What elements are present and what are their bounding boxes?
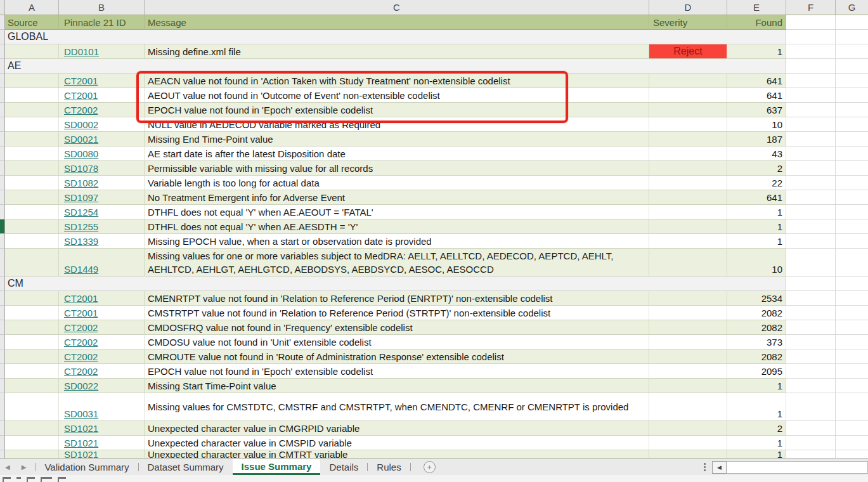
empty-cell[interactable] [786, 277, 836, 291]
empty-cell[interactable] [786, 335, 836, 349]
source-cell[interactable] [5, 450, 59, 459]
section-label[interactable]: CM [5, 277, 786, 291]
severity-cell[interactable] [649, 421, 727, 436]
rule-id-link[interactable]: CT2001 [64, 293, 98, 304]
id-cell[interactable]: CT2002 [59, 320, 145, 335]
empty-cell[interactable] [836, 190, 868, 205]
header-message[interactable]: Message [145, 15, 649, 30]
source-cell[interactable] [5, 190, 59, 205]
rule-id-link[interactable]: SD0002 [64, 119, 98, 130]
id-cell[interactable]: SD1255 [59, 219, 145, 234]
column-header-g[interactable]: G [836, 0, 868, 15]
found-cell[interactable]: 1 [727, 393, 786, 421]
message-cell[interactable]: AEACN value not found in 'Action Taken w… [145, 74, 649, 88]
empty-cell[interactable] [836, 393, 868, 421]
empty-cell[interactable] [836, 234, 868, 249]
empty-cell[interactable] [836, 88, 868, 103]
source-cell[interactable] [5, 364, 59, 379]
severity-cell[interactable] [649, 436, 727, 450]
message-cell[interactable]: AE start date is after the latest Dispos… [145, 147, 649, 161]
found-cell[interactable]: 637 [727, 103, 786, 117]
rule-id-link[interactable]: CT2001 [64, 308, 98, 318]
id-cell[interactable]: CT2002 [59, 335, 145, 349]
id-cell[interactable]: SD1082 [59, 176, 145, 190]
id-cell[interactable]: SD1254 [59, 205, 145, 219]
source-cell[interactable] [5, 291, 59, 306]
rule-id-link[interactable]: CT2002 [64, 351, 98, 362]
section-label[interactable]: GLOBAL [5, 30, 786, 44]
severity-cell[interactable] [649, 219, 727, 234]
id-cell[interactable]: CT2001 [59, 88, 145, 103]
severity-cell[interactable] [649, 291, 727, 306]
empty-cell[interactable] [786, 88, 836, 103]
column-header-b[interactable]: B [59, 0, 145, 15]
severity-cell[interactable] [649, 88, 727, 103]
message-cell[interactable]: Unexpected character value in CMSPID var… [145, 436, 649, 450]
empty-cell[interactable] [836, 335, 868, 349]
empty-cell[interactable] [836, 30, 868, 44]
rule-id-link[interactable]: CT2002 [64, 322, 98, 333]
empty-cell[interactable] [786, 205, 836, 219]
column-header-a[interactable]: A [5, 0, 59, 15]
message-cell[interactable]: Variable length is too long for actual d… [145, 176, 649, 190]
found-cell[interactable]: 43 [727, 147, 786, 161]
tab-resize-handle-icon[interactable] [704, 463, 706, 471]
empty-cell[interactable] [786, 132, 836, 147]
found-cell[interactable]: 1 [727, 379, 786, 393]
found-cell[interactable]: 187 [727, 132, 786, 147]
rule-id-link[interactable]: CT2002 [64, 105, 98, 115]
source-cell[interactable] [5, 161, 59, 176]
severity-cell[interactable] [649, 249, 727, 277]
empty-cell[interactable] [836, 364, 868, 379]
severity-cell[interactable] [649, 320, 727, 335]
rule-id-link[interactable]: SD1078 [64, 163, 98, 174]
hscroll-left-button[interactable]: ◀ [712, 461, 727, 474]
id-cell[interactable]: SD1021 [59, 450, 145, 459]
found-cell[interactable]: 10 [727, 117, 786, 132]
source-cell[interactable] [5, 132, 59, 147]
severity-cell[interactable] [649, 379, 727, 393]
rule-id-link[interactable]: SD0022 [64, 381, 98, 391]
empty-cell[interactable] [836, 59, 868, 74]
column-header-d[interactable]: D [649, 0, 727, 15]
message-cell[interactable]: CMDOSFRQ value not found in 'Frequency' … [145, 320, 649, 335]
message-cell[interactable]: DTHFL does not equal 'Y' when AE.AEOUT =… [145, 205, 649, 219]
found-cell[interactable]: 1 [727, 436, 786, 450]
source-cell[interactable] [5, 103, 59, 117]
empty-cell[interactable] [786, 30, 836, 44]
severity-cell[interactable] [649, 103, 727, 117]
message-cell[interactable]: EPOCH value not found in 'Epoch' extensi… [145, 364, 649, 379]
empty-cell[interactable] [786, 249, 836, 277]
id-cell[interactable]: SD1339 [59, 234, 145, 249]
empty-cell[interactable] [836, 205, 868, 219]
section-label[interactable]: AE [5, 59, 786, 74]
empty-cell[interactable] [786, 234, 836, 249]
empty-cell[interactable] [836, 249, 868, 277]
empty-cell[interactable] [836, 176, 868, 190]
tab-validation-summary[interactable]: Validation Summary [36, 459, 138, 475]
message-cell[interactable]: Permissible variable with missing value … [145, 161, 649, 176]
empty-cell[interactable] [836, 320, 868, 335]
message-cell[interactable]: Unexpected character value in CMTRT vari… [145, 450, 649, 459]
message-cell[interactable]: Missing values for CMSTDTC, CMSTRF and C… [145, 393, 649, 421]
id-cell[interactable]: CT2001 [59, 291, 145, 306]
empty-cell[interactable] [786, 44, 836, 59]
severity-cell[interactable] [649, 335, 727, 349]
rule-id-link[interactable]: CT2001 [64, 90, 98, 101]
tab-scroll-right-icon[interactable]: ▶ [22, 464, 27, 471]
source-cell[interactable] [5, 219, 59, 234]
message-cell[interactable]: Unexpected character value in CMGRPID va… [145, 421, 649, 436]
empty-cell[interactable] [786, 379, 836, 393]
found-cell[interactable]: 641 [727, 190, 786, 205]
severity-cell[interactable] [649, 74, 727, 88]
header-severity[interactable]: Severity [649, 15, 727, 30]
source-cell[interactable] [5, 234, 59, 249]
id-cell[interactable]: SD1021 [59, 421, 145, 436]
severity-cell[interactable] [649, 161, 727, 176]
empty-cell[interactable] [836, 291, 868, 306]
empty-cell[interactable] [786, 15, 836, 30]
empty-cell[interactable] [786, 349, 836, 364]
empty-cell[interactable] [786, 421, 836, 436]
message-cell[interactable]: CMDOSU value not found in 'Unit' extensi… [145, 335, 649, 349]
rule-id-link[interactable]: SD1255 [64, 221, 98, 232]
